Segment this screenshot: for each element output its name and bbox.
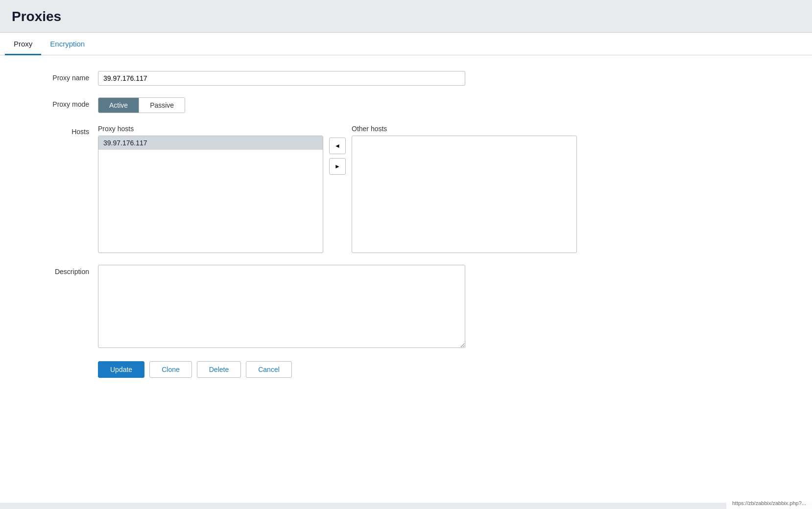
description-textarea[interactable] xyxy=(98,265,465,348)
proxy-name-row: Proxy name xyxy=(20,71,568,86)
proxy-hosts-item-0[interactable]: 39.97.176.117 xyxy=(98,136,323,150)
description-row: Description xyxy=(20,265,568,349)
proxy-name-field xyxy=(98,71,568,86)
other-hosts-list[interactable] xyxy=(352,136,577,253)
proxy-mode-group: Active Passive xyxy=(98,97,185,113)
description-field xyxy=(98,265,568,349)
cancel-button[interactable]: Cancel xyxy=(246,361,292,378)
hosts-label: Hosts xyxy=(20,125,98,136)
mode-passive-button[interactable]: Passive xyxy=(139,98,185,113)
delete-button[interactable]: Delete xyxy=(197,361,241,378)
form-area: Proxy name Proxy mode Active Passive Hos… xyxy=(0,55,588,393)
page-title: Proxies xyxy=(12,9,800,24)
update-button[interactable]: Update xyxy=(98,361,144,378)
proxy-hosts-column: Proxy hosts 39.97.176.117 xyxy=(98,125,323,253)
status-url: https://zb/zabbix/zabbix.php?... xyxy=(732,500,806,503)
proxy-mode-row: Proxy mode Active Passive xyxy=(20,97,568,113)
status-bar: https://zb/zabbix/zabbix.php?... xyxy=(726,497,812,503)
proxy-hosts-list[interactable]: 39.97.176.117 xyxy=(98,136,323,253)
hosts-arrows: ◄ ► xyxy=(323,138,352,175)
clone-button[interactable]: Clone xyxy=(149,361,192,378)
page-content: Proxy Encryption Proxy name Proxy mode A… xyxy=(0,33,812,503)
proxy-name-label: Proxy name xyxy=(20,71,98,82)
proxy-hosts-label: Proxy hosts xyxy=(98,125,323,133)
hosts-section: Proxy hosts 39.97.176.117 ◄ ► Other host… xyxy=(98,125,577,253)
page-header: Proxies xyxy=(0,0,812,33)
tab-encryption[interactable]: Encryption xyxy=(41,33,94,55)
proxy-name-input[interactable] xyxy=(98,71,465,86)
tab-proxy[interactable]: Proxy xyxy=(5,33,41,55)
other-hosts-column: Other hosts xyxy=(352,125,577,253)
move-right-button[interactable]: ► xyxy=(329,158,346,175)
move-left-button[interactable]: ◄ xyxy=(329,138,346,154)
proxy-mode-label: Proxy mode xyxy=(20,97,98,108)
tabs-bar: Proxy Encryption xyxy=(0,33,812,55)
description-label: Description xyxy=(20,265,98,276)
hosts-row: Hosts Proxy hosts 39.97.176.117 ◄ ► Othe… xyxy=(20,125,568,253)
other-hosts-label: Other hosts xyxy=(352,125,577,133)
mode-active-button[interactable]: Active xyxy=(98,98,139,113)
action-buttons: Update Clone Delete Cancel xyxy=(98,361,568,378)
proxy-mode-field: Active Passive xyxy=(98,97,568,113)
